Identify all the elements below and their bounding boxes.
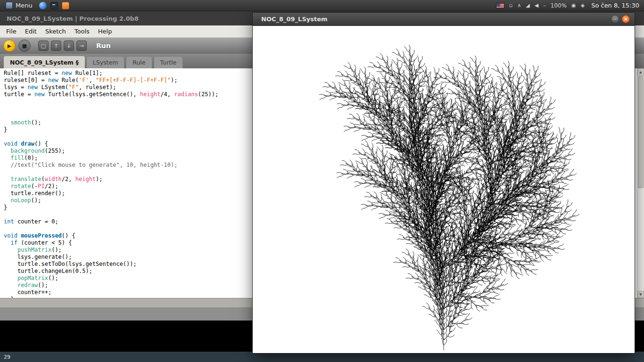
menu-item-sketch[interactable]: Sketch [41, 25, 70, 37]
volume-level-label: 100% [551, 2, 567, 9]
close-icon: × [624, 16, 628, 22]
keyboard-layout-flag-icon[interactable] [496, 3, 504, 8]
open-sketch-button[interactable]: ↑ [51, 41, 61, 51]
caret-icon[interactable]: ∧ [517, 2, 521, 8]
stop-button[interactable]: ■ [18, 40, 31, 52]
flag-canton [496, 3, 500, 6]
dash-icon: – [543, 2, 546, 8]
tab-main-sketch[interactable]: NOC_8_09_LSystem § [4, 56, 85, 68]
minimize-icon: − [613, 16, 617, 22]
export-icon: → [79, 43, 83, 49]
line-number-indicator: 29 [4, 354, 10, 360]
save-sketch-button[interactable]: ↓ [64, 41, 74, 51]
menu-item-help[interactable]: Help [94, 25, 116, 37]
editor-scrollbar[interactable]: ▲ ▼ [637, 68, 644, 298]
menu-item-file[interactable]: File [2, 25, 21, 37]
open-icon: ↑ [54, 43, 58, 49]
menu-icon [6, 2, 13, 9]
scrollbar-track[interactable] [637, 75, 644, 291]
desktop-panel: Menu ▫ ∧ ◢ ◀ – 100% ◉ ◈ So čen 8, 15:30 [0, 0, 644, 11]
scroll-up-button[interactable]: ▲ [637, 68, 644, 75]
sketch-canvas-area [253, 26, 635, 353]
scrollbar-thumb[interactable] [638, 76, 644, 188]
play-icon: ▶ [8, 43, 11, 49]
window-selector-icon[interactable]: ▫ [509, 2, 512, 8]
scroll-up-icon: ▲ [639, 70, 642, 74]
toolbar-status-label: Run [96, 42, 111, 49]
tab-turtle[interactable]: Turtle [154, 56, 183, 68]
stop-icon: ■ [22, 43, 27, 49]
clock[interactable]: So čen 8, 15:30 [591, 2, 639, 9]
files-launcher-icon[interactable] [62, 2, 69, 9]
settings-icon[interactable]: ◈ [581, 2, 585, 8]
browser-launcher-icon[interactable] [39, 2, 47, 9]
run-button[interactable]: ▶ [3, 40, 16, 52]
notifications-icon[interactable]: ◉ [571, 2, 576, 8]
tab-lsystem[interactable]: LSystem [86, 56, 125, 68]
sketch-window-title: NOC_8_09_LSystem [261, 16, 608, 23]
scroll-down-icon: ▼ [639, 293, 642, 296]
menu-item-edit[interactable]: Edit [21, 25, 41, 37]
sketch-canvas[interactable] [253, 26, 635, 353]
ide-window-title: NOC_8_09_LSystem | Processing 2.0b8 [7, 15, 139, 22]
menu-label: Menu [16, 2, 33, 9]
menu-item-tools[interactable]: Tools [70, 25, 94, 37]
volume-icon[interactable]: ◀ [535, 2, 538, 8]
scroll-down-button[interactable]: ▼ [637, 291, 644, 298]
export-button[interactable]: → [76, 41, 87, 51]
new-sketch-icon: □ [41, 43, 46, 49]
network-icon[interactable]: ◢ [526, 2, 529, 8]
panel-left: Menu [0, 1, 69, 10]
system-tray: ▫ ∧ ◢ ◀ – 100% ◉ ◈ So čen 8, 15:30 [491, 2, 644, 9]
tab-rule[interactable]: Rule [126, 56, 152, 68]
new-sketch-button[interactable]: □ [38, 41, 49, 51]
toolbar-file-buttons: □ ↑ ↓ → [38, 41, 87, 51]
desktop-menu-button[interactable]: Menu [3, 1, 35, 10]
terminal-launcher-icon[interactable] [50, 2, 58, 9]
minimize-button[interactable]: − [611, 15, 619, 23]
sketch-window: NOC_8_09_LSystem − × [252, 12, 635, 354]
sketch-titlebar[interactable]: NOC_8_09_LSystem − × [253, 13, 635, 26]
save-icon: ↓ [66, 43, 71, 49]
close-button[interactable]: × [622, 15, 630, 23]
